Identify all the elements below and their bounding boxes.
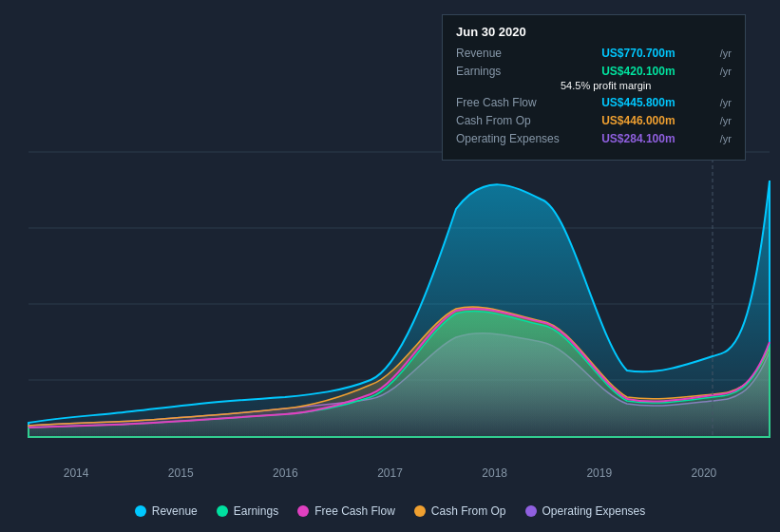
legend-label-free-cash-flow: Free Cash Flow xyxy=(314,504,395,518)
legend-cash-from-op[interactable]: Cash From Op xyxy=(414,504,506,518)
chart-container: US$800m US$0 xyxy=(0,0,780,532)
tooltip-unit-earnings: /yr xyxy=(720,66,732,77)
x-label-2019: 2019 xyxy=(586,466,612,480)
tooltip-profit-margin: 54.5% profit margin xyxy=(456,80,732,91)
tooltip-label-earnings: Earnings xyxy=(456,65,561,78)
legend-earnings[interactable]: Earnings xyxy=(217,504,278,518)
tooltip-unit-revenue: /yr xyxy=(720,48,732,59)
legend-label-revenue: Revenue xyxy=(152,504,198,518)
x-label-2017: 2017 xyxy=(377,466,403,480)
tooltip-row-free-cash-flow: Free Cash Flow US$445.800m /yr xyxy=(456,96,732,109)
tooltip-row-earnings: Earnings US$420.100m /yr xyxy=(456,65,732,78)
legend-label-operating-expenses: Operating Expenses xyxy=(542,504,646,518)
chart-legend: Revenue Earnings Free Cash Flow Cash Fro… xyxy=(0,504,780,518)
legend-dot-cash-from-op xyxy=(414,505,426,517)
legend-dot-revenue xyxy=(135,505,146,517)
tooltip: Jun 30 2020 Revenue US$770.700m /yr Earn… xyxy=(442,14,746,161)
tooltip-value-revenue: US$770.700m xyxy=(601,47,675,60)
tooltip-row-revenue: Revenue US$770.700m /yr xyxy=(456,47,732,60)
x-label-2018: 2018 xyxy=(482,466,507,480)
x-label-2020: 2020 xyxy=(692,466,717,480)
tooltip-unit-free-cash-flow: /yr xyxy=(720,97,732,108)
tooltip-label-operating-expenses: Operating Expenses xyxy=(456,132,561,145)
tooltip-unit-operating-expenses: /yr xyxy=(720,133,732,144)
tooltip-label-free-cash-flow: Free Cash Flow xyxy=(456,96,561,109)
tooltip-date: Jun 30 2020 xyxy=(456,25,732,39)
tooltip-value-cash-from-op: US$446.000m xyxy=(601,114,675,127)
tooltip-label-cash-from-op: Cash From Op xyxy=(456,114,561,127)
tooltip-row-operating-expenses: Operating Expenses US$284.100m /yr xyxy=(456,132,732,145)
tooltip-value-free-cash-flow: US$445.800m xyxy=(601,96,675,109)
x-label-2015: 2015 xyxy=(168,466,194,480)
x-label-2014: 2014 xyxy=(64,466,89,480)
legend-dot-operating-expenses xyxy=(525,505,537,517)
tooltip-label-revenue: Revenue xyxy=(456,47,561,60)
x-axis-labels: 2014 2015 2016 2017 2018 2019 2020 xyxy=(0,466,780,480)
tooltip-row-cash-from-op: Cash From Op US$446.000m /yr xyxy=(456,114,732,127)
legend-dot-free-cash-flow xyxy=(297,505,309,517)
legend-label-earnings: Earnings xyxy=(234,504,278,518)
legend-label-cash-from-op: Cash From Op xyxy=(431,504,506,518)
legend-free-cash-flow[interactable]: Free Cash Flow xyxy=(297,504,395,518)
x-label-2016: 2016 xyxy=(273,466,298,480)
legend-dot-earnings xyxy=(217,505,228,517)
tooltip-unit-cash-from-op: /yr xyxy=(720,115,732,126)
tooltip-value-operating-expenses: US$284.100m xyxy=(601,132,675,145)
legend-revenue[interactable]: Revenue xyxy=(135,504,198,518)
tooltip-value-earnings: US$420.100m xyxy=(601,65,675,78)
legend-operating-expenses[interactable]: Operating Expenses xyxy=(525,504,646,518)
